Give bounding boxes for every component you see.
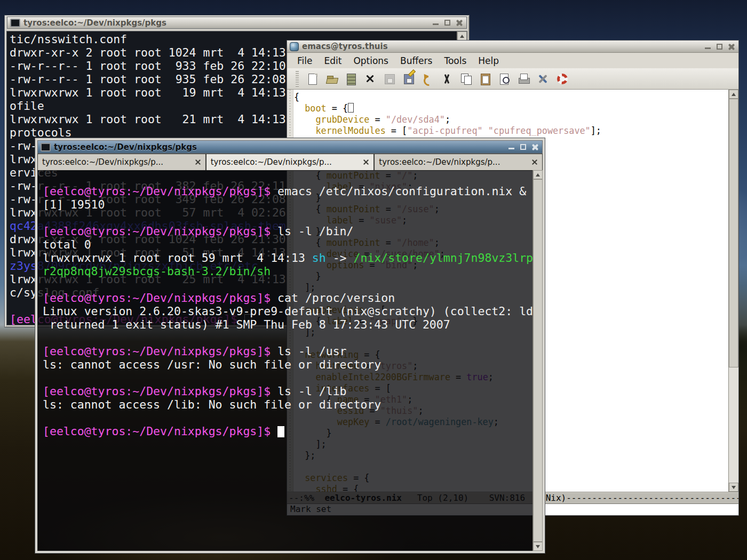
- text-segment: [294, 114, 315, 125]
- text-segment: = [: [386, 125, 407, 136]
- terminal-icon[interactable]: [10, 19, 20, 27]
- scrollbar-track[interactable]: [533, 179, 543, 542]
- cut-icon[interactable]: [441, 73, 454, 85]
- new-file-icon[interactable]: [306, 73, 319, 85]
- copy-icon[interactable]: [460, 73, 473, 85]
- emacs-scrollbar[interactable]: [728, 90, 738, 492]
- terminal-line: [43, 371, 533, 385]
- help-icon[interactable]: [556, 73, 569, 85]
- text-segment: drwxr-xr-x 2 root root 1024 mrt 4 14:13: [10, 46, 286, 59]
- tab-close-icon[interactable]: [195, 159, 201, 165]
- text-segment: emacs /etc/nixos/configuration.nix &: [277, 185, 526, 198]
- preferences-icon[interactable]: [537, 73, 550, 85]
- text-segment: ls -l /usr: [277, 345, 346, 358]
- text-segment: ofile: [10, 99, 44, 113]
- text-segment: ->: [326, 251, 354, 265]
- open-file-icon[interactable]: [325, 73, 338, 85]
- save-as-icon[interactable]: [402, 73, 415, 85]
- terminal-line: total 0: [43, 238, 533, 251]
- text-segment: [eelco@tyros:~/Dev/nixpkgs/pkgs]$: [43, 291, 277, 305]
- text-segment: r2qp8nq8jw29sbcgs-bash-3.2/bin/sh: [43, 265, 271, 278]
- undo-icon[interactable]: [422, 73, 434, 85]
- print-icon[interactable]: [518, 73, 530, 85]
- text-segment: = {: [327, 103, 348, 114]
- text-segment: [294, 125, 315, 136]
- text-segment: tic/nsswitch.conf: [10, 33, 127, 46]
- terminal-line: {: [294, 92, 728, 103]
- close-button[interactable]: [455, 19, 464, 26]
- text-segment: returned 1 exit status) #1 SMP Thu Feb 8…: [43, 318, 450, 331]
- text-segment: grubDevice: [315, 114, 369, 125]
- tab-close-icon[interactable]: [531, 159, 538, 165]
- tab-label: tyros:eelco:~/Dev/nixpkgs/p...: [211, 157, 360, 167]
- scroll-down-button[interactable]: [533, 542, 543, 551]
- text-segment: ;: [445, 114, 450, 125]
- text-segment: [eelco@tyros:~/Dev/nixpkgs/pkgs]$: [43, 345, 277, 358]
- close-buffer-icon[interactable]: [364, 73, 377, 85]
- text-segment: ls: cannot access /lib: No such file or …: [43, 398, 381, 411]
- emacs-menubar: FileEditOptionsBuffersToolsHelp: [287, 53, 738, 68]
- text-segment: sh: [312, 251, 326, 265]
- toolbar-handle: [296, 71, 299, 87]
- minimize-button[interactable]: [704, 43, 712, 50]
- scrollbar-thumb[interactable]: [729, 99, 738, 367]
- search-icon[interactable]: [498, 73, 511, 85]
- fg-terminal-titlebar[interactable]: tyros:eelco:~/Dev/nixpkgs/pkgs: [37, 140, 543, 154]
- terminal-line: [eelco@tyros:~/Dev/nixpkgs/pkgs]$: [43, 425, 533, 438]
- terminal-line: [eelco@tyros:~/Dev/nixpkgs/pkgs]$ ls -l …: [43, 385, 533, 398]
- fg-terminal-scrollbar[interactable]: [533, 170, 543, 551]
- terminal-tab-1[interactable]: tyros:eelco:~/Dev/nixpkgs/p...: [37, 154, 206, 170]
- terminal-tab-3[interactable]: tyros:eelco:~/Dev/nixpkgs/p...: [374, 154, 543, 170]
- save-icon[interactable]: [383, 73, 396, 85]
- fg-terminal-tabbar: tyros:eelco:~/Dev/nixpkgs/p...tyros:eelc…: [37, 154, 543, 171]
- maximize-button[interactable]: [443, 19, 452, 26]
- text-segment: [eelco@tyros:~/Dev/nixpkgs/pkgs]$: [43, 425, 277, 438]
- terminal-line: [eelco@tyros:~/Dev/nixpkgs/pkgs]$ cat /p…: [43, 291, 533, 305]
- scrollbar-thumb[interactable]: [533, 179, 543, 542]
- pencil-icon: [408, 69, 416, 76]
- terminal-tab-2[interactable]: tyros:eelco:~/Dev/nixpkgs/p...: [206, 154, 375, 170]
- tab-close-icon[interactable]: [363, 159, 369, 165]
- menu-tools[interactable]: Tools: [438, 54, 472, 68]
- emacs-titlebar[interactable]: emacs@tyros.thuis: [287, 41, 738, 53]
- terminal-line: grubDevice = "/dev/sda4";: [294, 114, 728, 125]
- paste-icon[interactable]: [479, 73, 492, 85]
- scrollbar-track[interactable]: [729, 99, 738, 483]
- text-segment: [1] 19510: [43, 198, 105, 211]
- menu-buffers[interactable]: Buffers: [394, 54, 438, 68]
- scroll-up-button[interactable]: [729, 90, 738, 99]
- text-segment: ls: cannot access /usr: No such file or …: [43, 358, 381, 371]
- fg-terminal-lines[interactable]: [eelco@tyros:~/Dev/nixpkgs/pkgs]$ emacs …: [37, 170, 533, 551]
- scroll-down-button[interactable]: [729, 483, 738, 492]
- bg-terminal-titlebar[interactable]: tyros:eelco:~/Dev/nixpkgs/pkgs: [7, 17, 467, 29]
- minimize-button[interactable]: [507, 143, 516, 150]
- text-segment: "/dev/sda4": [386, 114, 445, 125]
- scroll-up-button[interactable]: [533, 170, 543, 179]
- text-segment: ];: [591, 125, 601, 136]
- emacs-icon[interactable]: [290, 42, 299, 51]
- dired-icon[interactable]: [345, 73, 357, 85]
- maximize-button[interactable]: [519, 143, 528, 150]
- scroll-up-button[interactable]: [457, 31, 467, 41]
- text-segment: ls -l /lib: [277, 385, 346, 398]
- terminal-line: [43, 411, 533, 425]
- text-segment: ls -l /bin/: [277, 225, 353, 238]
- menu-help[interactable]: Help: [472, 54, 505, 68]
- close-button[interactable]: [531, 143, 539, 150]
- arrow-down-icon: [536, 545, 540, 548]
- terminal-icon[interactable]: [41, 143, 51, 151]
- minimize-button[interactable]: [432, 19, 440, 26]
- fg-terminal-content: [eelco@tyros:~/Dev/nixpkgs/pkgs]$ emacs …: [37, 170, 543, 551]
- text-segment: cat /proc/version: [277, 291, 395, 305]
- menu-options[interactable]: Options: [347, 54, 394, 68]
- maximize-button[interactable]: [716, 43, 724, 50]
- terminal-line: boot = {: [294, 103, 728, 114]
- menu-edit[interactable]: Edit: [318, 54, 347, 68]
- terminal-line: [eelco@tyros:~/Dev/nixpkgs/pkgs]$ ls -l …: [43, 345, 533, 358]
- text-segment: "acpi-cpufreq": [407, 125, 482, 136]
- terminal-line: [43, 278, 533, 291]
- text-segment: lrwxrwxrwx 1 root root 59 mrt 4 14:13: [43, 251, 312, 265]
- arrow-up-icon: [732, 93, 736, 96]
- menu-file[interactable]: File: [291, 54, 318, 68]
- close-button[interactable]: [727, 43, 736, 50]
